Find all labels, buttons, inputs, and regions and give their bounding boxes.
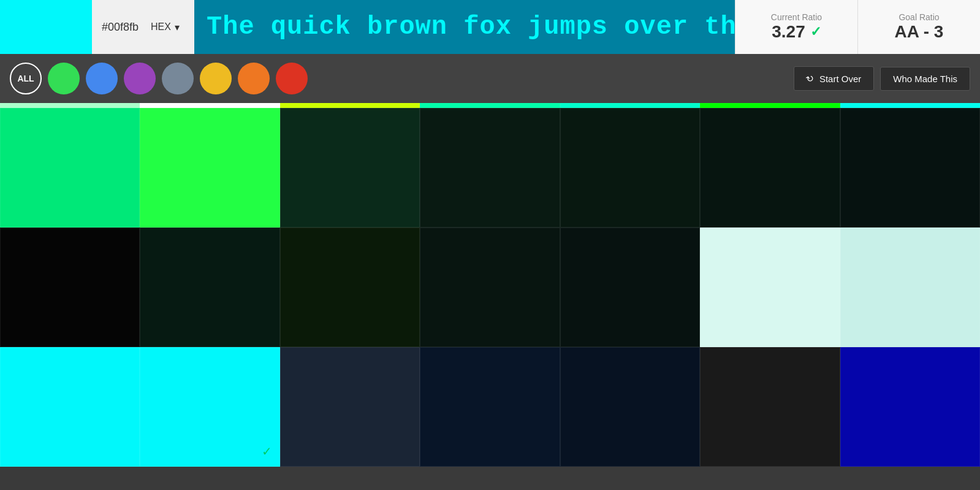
goal-ratio-panel: Goal Ratio AA - 3: [857, 0, 980, 54]
color-cell[interactable]: [0, 108, 140, 228]
hex-label: HEX: [151, 21, 171, 33]
color-cell[interactable]: [140, 228, 279, 347]
color-grid-row-3: ✓: [0, 347, 980, 467]
selected-check-icon: ✓: [262, 444, 272, 459]
refresh-icon: ↻: [804, 72, 816, 85]
filter-orange[interactable]: [238, 63, 270, 94]
goal-ratio-label: Goal Ratio: [898, 12, 939, 22]
color-cell[interactable]: [0, 228, 140, 347]
color-cell[interactable]: [280, 347, 420, 467]
header: #00f8fb HEX ▾ The quick brown fox jumps …: [0, 0, 980, 54]
who-made-this-button[interactable]: Who Made This: [880, 67, 970, 91]
color-cell[interactable]: [420, 347, 560, 467]
color-cell[interactable]: [560, 228, 700, 347]
thin-cell: [280, 103, 420, 108]
filter-bar: ALL ↻ Start Over Who Made This: [0, 54, 980, 103]
color-cell-selected[interactable]: ✓: [140, 347, 279, 467]
goal-ratio-value: AA - 3: [895, 22, 944, 42]
color-cell[interactable]: [700, 347, 840, 467]
start-over-button[interactable]: ↻ Start Over: [794, 66, 874, 91]
preview-text-area: The quick brown fox jumps over the lazy: [194, 0, 735, 54]
color-cell[interactable]: [280, 108, 420, 228]
color-preview-swatch: [0, 0, 92, 54]
color-cell[interactable]: [700, 228, 840, 347]
color-cell[interactable]: [840, 347, 980, 467]
color-cell[interactable]: [280, 228, 420, 347]
thin-cell: [560, 103, 700, 108]
thin-color-row: [0, 103, 980, 108]
color-cell[interactable]: [0, 347, 140, 467]
filter-all-button[interactable]: ALL: [10, 63, 42, 94]
color-cell[interactable]: [560, 347, 700, 467]
color-cell[interactable]: [560, 108, 700, 228]
color-grid-row-2: [0, 228, 980, 347]
chevron-down-icon: ▾: [175, 21, 180, 33]
hex-value: #00f8fb: [102, 21, 139, 34]
thin-cell: [140, 103, 279, 108]
current-ratio-panel: Current Ratio 3.27 ✓: [735, 0, 857, 54]
hex-format-dropdown[interactable]: HEX ▾: [146, 19, 184, 36]
color-cell[interactable]: [420, 108, 560, 228]
color-cell[interactable]: [420, 228, 560, 347]
filter-red[interactable]: [276, 63, 308, 94]
filter-gray[interactable]: [162, 63, 194, 94]
filter-purple[interactable]: [124, 63, 156, 94]
color-cell[interactable]: [700, 108, 840, 228]
color-cell[interactable]: [140, 108, 279, 228]
ratio-check-icon: ✓: [810, 24, 821, 40]
preview-text: The quick brown fox jumps over the lazy: [207, 12, 735, 42]
thin-cell: [700, 103, 840, 108]
color-grid-row-1: [0, 108, 980, 228]
color-cell[interactable]: [840, 108, 980, 228]
thin-cell: [0, 103, 140, 108]
filter-blue[interactable]: [86, 63, 118, 94]
filter-yellow[interactable]: [200, 63, 232, 94]
start-over-label: Start Over: [819, 74, 861, 84]
hex-input-area: #00f8fb HEX ▾: [92, 0, 194, 54]
filter-green[interactable]: [48, 63, 80, 94]
thin-cell: [420, 103, 560, 108]
color-cell[interactable]: [840, 228, 980, 347]
current-ratio-label: Current Ratio: [771, 12, 822, 22]
thin-cell: [840, 103, 980, 108]
current-ratio-value: 3.27 ✓: [772, 22, 821, 42]
